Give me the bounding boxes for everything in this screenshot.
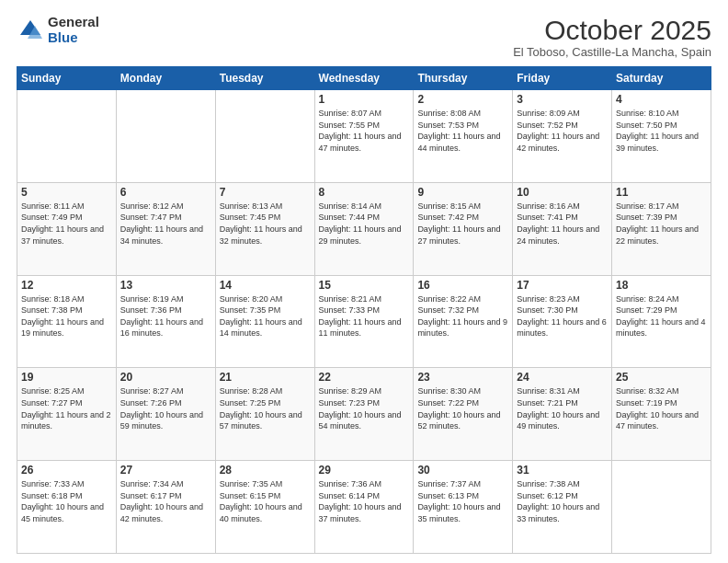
calendar-cell: 6Sunrise: 8:12 AM Sunset: 7:47 PM Daylig…: [116, 182, 215, 275]
calendar-cell: 26Sunrise: 7:33 AM Sunset: 6:18 PM Dayli…: [17, 461, 117, 554]
calendar-cell: 7Sunrise: 8:13 AM Sunset: 7:45 PM Daylig…: [215, 182, 314, 275]
calendar-cell: 21Sunrise: 8:28 AM Sunset: 7:25 PM Dayli…: [215, 368, 314, 461]
day-number: 16: [417, 279, 508, 292]
logo-blue: Blue: [48, 30, 99, 46]
day-number: 26: [21, 464, 112, 477]
calendar-row: 1Sunrise: 8:07 AM Sunset: 7:55 PM Daylig…: [17, 90, 711, 183]
calendar-cell: [17, 90, 117, 183]
day-info: Sunrise: 8:29 AM Sunset: 7:23 PM Dayligh…: [319, 385, 410, 431]
day-number: 20: [120, 371, 211, 384]
calendar-cell: 13Sunrise: 8:19 AM Sunset: 7:36 PM Dayli…: [116, 275, 215, 368]
col-friday: Friday: [513, 67, 612, 90]
day-number: 9: [417, 186, 508, 199]
day-number: 14: [220, 279, 311, 292]
day-info: Sunrise: 8:30 AM Sunset: 7:22 PM Dayligh…: [417, 385, 508, 431]
calendar-cell: 23Sunrise: 8:30 AM Sunset: 7:22 PM Dayli…: [414, 368, 513, 461]
calendar-cell: 31Sunrise: 7:38 AM Sunset: 6:12 PM Dayli…: [513, 461, 612, 554]
day-info: Sunrise: 7:34 AM Sunset: 6:17 PM Dayligh…: [120, 478, 211, 524]
day-info: Sunrise: 8:15 AM Sunset: 7:42 PM Dayligh…: [417, 201, 508, 247]
col-monday: Monday: [116, 67, 215, 90]
day-number: 31: [517, 464, 608, 477]
day-info: Sunrise: 8:18 AM Sunset: 7:38 PM Dayligh…: [21, 293, 112, 339]
calendar-cell: 11Sunrise: 8:17 AM Sunset: 7:39 PM Dayli…: [612, 182, 711, 275]
day-info: Sunrise: 8:28 AM Sunset: 7:25 PM Dayligh…: [220, 385, 311, 431]
day-info: Sunrise: 8:24 AM Sunset: 7:29 PM Dayligh…: [616, 293, 707, 339]
col-thursday: Thursday: [414, 67, 513, 90]
calendar-cell: [116, 90, 215, 183]
calendar-cell: 24Sunrise: 8:31 AM Sunset: 7:21 PM Dayli…: [513, 368, 612, 461]
day-number: 7: [220, 186, 311, 199]
day-info: Sunrise: 7:35 AM Sunset: 6:15 PM Dayligh…: [220, 478, 311, 524]
header: General Blue October 2025 El Toboso, Cas…: [17, 15, 711, 59]
calendar-cell: 2Sunrise: 8:08 AM Sunset: 7:53 PM Daylig…: [414, 90, 513, 183]
calendar-cell: 20Sunrise: 8:27 AM Sunset: 7:26 PM Dayli…: [116, 368, 215, 461]
title-block: October 2025 El Toboso, Castille-La Manc…: [513, 15, 711, 59]
calendar-cell: 19Sunrise: 8:25 AM Sunset: 7:27 PM Dayli…: [17, 368, 117, 461]
calendar-table: Sunday Monday Tuesday Wednesday Thursday…: [17, 66, 711, 554]
col-tuesday: Tuesday: [215, 67, 314, 90]
calendar-cell: 17Sunrise: 8:23 AM Sunset: 7:30 PM Dayli…: [513, 275, 612, 368]
day-info: Sunrise: 8:07 AM Sunset: 7:55 PM Dayligh…: [319, 108, 410, 154]
logo-general: General: [48, 15, 99, 30]
day-info: Sunrise: 8:10 AM Sunset: 7:50 PM Dayligh…: [616, 108, 707, 154]
calendar-cell: 10Sunrise: 8:16 AM Sunset: 7:41 PM Dayli…: [513, 182, 612, 275]
calendar-cell: 1Sunrise: 8:07 AM Sunset: 7:55 PM Daylig…: [314, 90, 414, 183]
calendar-row: 5Sunrise: 8:11 AM Sunset: 7:49 PM Daylig…: [17, 182, 711, 275]
location: El Toboso, Castille-La Mancha, Spain: [513, 45, 711, 59]
calendar-cell: [612, 461, 711, 554]
day-info: Sunrise: 8:22 AM Sunset: 7:32 PM Dayligh…: [417, 293, 508, 339]
calendar-cell: [215, 90, 314, 183]
day-number: 22: [319, 371, 410, 384]
logo-text: General Blue: [48, 15, 99, 45]
calendar-cell: 14Sunrise: 8:20 AM Sunset: 7:35 PM Dayli…: [215, 275, 314, 368]
logo-icon: [17, 17, 44, 44]
day-info: Sunrise: 8:25 AM Sunset: 7:27 PM Dayligh…: [21, 385, 112, 431]
calendar-cell: 28Sunrise: 7:35 AM Sunset: 6:15 PM Dayli…: [215, 461, 314, 554]
day-info: Sunrise: 8:32 AM Sunset: 7:19 PM Dayligh…: [616, 385, 707, 431]
day-number: 8: [319, 186, 410, 199]
calendar-cell: 9Sunrise: 8:15 AM Sunset: 7:42 PM Daylig…: [414, 182, 513, 275]
day-info: Sunrise: 7:38 AM Sunset: 6:12 PM Dayligh…: [517, 478, 608, 524]
calendar-cell: 18Sunrise: 8:24 AM Sunset: 7:29 PM Dayli…: [612, 275, 711, 368]
col-wednesday: Wednesday: [314, 67, 414, 90]
day-info: Sunrise: 7:36 AM Sunset: 6:14 PM Dayligh…: [319, 478, 410, 524]
day-number: 30: [417, 464, 508, 477]
day-number: 18: [616, 279, 707, 292]
day-info: Sunrise: 8:19 AM Sunset: 7:36 PM Dayligh…: [120, 293, 211, 339]
calendar-cell: 25Sunrise: 8:32 AM Sunset: 7:19 PM Dayli…: [612, 368, 711, 461]
calendar-cell: 4Sunrise: 8:10 AM Sunset: 7:50 PM Daylig…: [612, 90, 711, 183]
day-number: 11: [616, 186, 707, 199]
calendar-cell: 8Sunrise: 8:14 AM Sunset: 7:44 PM Daylig…: [314, 182, 414, 275]
month-title: October 2025: [513, 15, 711, 45]
day-info: Sunrise: 8:23 AM Sunset: 7:30 PM Dayligh…: [517, 293, 608, 339]
day-info: Sunrise: 8:20 AM Sunset: 7:35 PM Dayligh…: [220, 293, 311, 339]
day-info: Sunrise: 7:33 AM Sunset: 6:18 PM Dayligh…: [21, 478, 112, 524]
day-info: Sunrise: 8:21 AM Sunset: 7:33 PM Dayligh…: [319, 293, 410, 339]
calendar-row: 12Sunrise: 8:18 AM Sunset: 7:38 PM Dayli…: [17, 275, 711, 368]
day-number: 10: [517, 186, 608, 199]
day-number: 29: [319, 464, 410, 477]
calendar-cell: 5Sunrise: 8:11 AM Sunset: 7:49 PM Daylig…: [17, 182, 117, 275]
day-number: 19: [21, 371, 112, 384]
calendar-header-row: Sunday Monday Tuesday Wednesday Thursday…: [17, 67, 711, 90]
col-sunday: Sunday: [17, 67, 117, 90]
calendar-cell: 22Sunrise: 8:29 AM Sunset: 7:23 PM Dayli…: [314, 368, 414, 461]
day-info: Sunrise: 8:14 AM Sunset: 7:44 PM Dayligh…: [319, 201, 410, 247]
day-number: 2: [417, 93, 508, 106]
day-number: 17: [517, 279, 608, 292]
day-info: Sunrise: 8:08 AM Sunset: 7:53 PM Dayligh…: [417, 108, 508, 154]
calendar-row: 26Sunrise: 7:33 AM Sunset: 6:18 PM Dayli…: [17, 461, 711, 554]
day-number: 21: [220, 371, 311, 384]
day-info: Sunrise: 8:27 AM Sunset: 7:26 PM Dayligh…: [120, 385, 211, 431]
day-number: 13: [120, 279, 211, 292]
day-number: 23: [417, 371, 508, 384]
day-info: Sunrise: 8:17 AM Sunset: 7:39 PM Dayligh…: [616, 201, 707, 247]
calendar-cell: 3Sunrise: 8:09 AM Sunset: 7:52 PM Daylig…: [513, 90, 612, 183]
calendar-row: 19Sunrise: 8:25 AM Sunset: 7:27 PM Dayli…: [17, 368, 711, 461]
day-number: 3: [517, 93, 608, 106]
day-info: Sunrise: 7:37 AM Sunset: 6:13 PM Dayligh…: [417, 478, 508, 524]
logo: General Blue: [17, 15, 99, 45]
calendar-cell: 16Sunrise: 8:22 AM Sunset: 7:32 PM Dayli…: [414, 275, 513, 368]
day-number: 4: [616, 93, 707, 106]
day-number: 5: [21, 186, 112, 199]
